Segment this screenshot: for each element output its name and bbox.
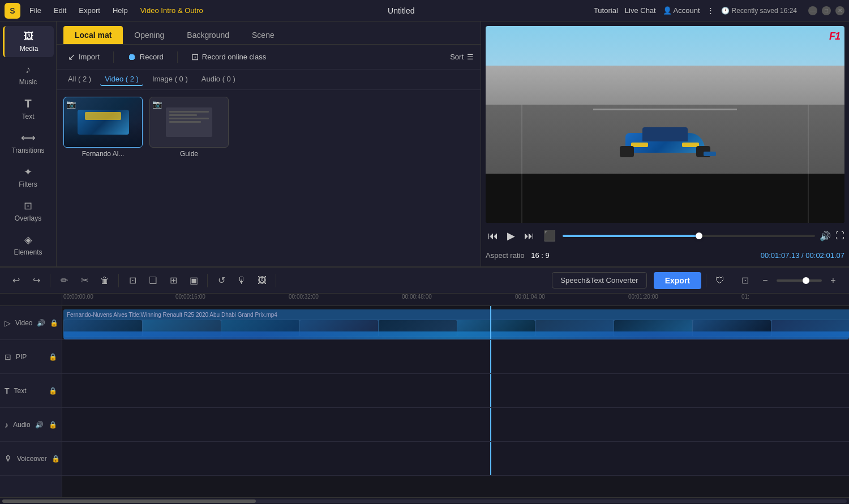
import-icon: ↙ — [68, 51, 75, 62]
menu-file[interactable]: File — [24, 4, 47, 17]
pip-button[interactable]: ▣ — [185, 272, 203, 290]
stop-button[interactable]: ⬛ — [541, 227, 558, 244]
account-button[interactable]: 👤 Account — [663, 6, 700, 15]
tl-sep-1 — [50, 274, 50, 287]
menu-help[interactable]: Help — [107, 4, 134, 17]
sidebar-item-music[interactable]: ♪ Music — [3, 59, 54, 91]
media-thumb-fernando: 📷 — [63, 97, 143, 148]
delete-button[interactable]: 🗑 — [96, 272, 114, 290]
timeline-scrollbar — [0, 497, 849, 504]
sidebar-item-overlays[interactable]: ⊡ Overlays — [3, 195, 54, 227]
tab-background[interactable]: Background — [175, 26, 241, 44]
panel-tabs: Local mat Opening Background Scene — [57, 21, 481, 45]
tutorial-link[interactable]: Tutorial — [594, 6, 618, 15]
record-online-button[interactable]: ⊡ Record online class — [187, 49, 271, 64]
timeline-playhead — [490, 306, 491, 339]
grid-button[interactable]: ⊞ — [164, 272, 182, 290]
sidebar-item-transitions[interactable]: ⟷ Transitions — [3, 127, 54, 159]
filter-all[interactable]: All ( 2 ) — [63, 73, 96, 86]
overlays-icon: ⊡ — [24, 200, 32, 212]
aspect-ratio-container: Aspect ratio 16 : 9 — [486, 251, 550, 260]
close-button[interactable]: ✕ — [835, 6, 844, 15]
sidebar-item-media[interactable]: 🖼 Media — [3, 26, 54, 57]
pen-button[interactable]: ✏ — [55, 272, 73, 290]
zoom-fit-button[interactable]: ⊡ — [736, 272, 754, 290]
zoom-out-button[interactable]: − — [756, 272, 774, 290]
rotate-button[interactable]: ↺ — [212, 272, 230, 290]
live-chat-link[interactable]: Live Chat — [625, 6, 656, 15]
zoom-handle — [803, 277, 809, 284]
track-content: 00:00:00.00 00:00:16:00 00:00:32:00 00:0… — [62, 294, 849, 497]
preview-info: Aspect ratio 16 : 9 00:01:07.13 / 00:02:… — [486, 249, 844, 262]
audio-lock-icon: 🔒 — [49, 421, 57, 429]
video-clip-header: Fernando-Nuvens Alves Title:Winning Rena… — [63, 309, 849, 320]
preview-video: F1 — [486, 26, 844, 223]
voiceover-lock-icon: 🔒 — [52, 455, 60, 463]
track-labels: ▷ Video 🔊 🔒 ⊡ PIP 🔒 T Text 🔒 ♪ Audio 🔊 🔒 — [0, 294, 62, 497]
filter-tabs: All ( 2 ) Video ( 2 ) Image ( 0 ) Audio … — [57, 70, 481, 90]
crop-button[interactable]: ⊡ — [123, 272, 142, 290]
volume-button[interactable]: 🔊 — [820, 231, 831, 242]
menu-export[interactable]: Export — [73, 4, 106, 17]
export-button[interactable]: Export — [654, 272, 701, 289]
shield-button[interactable]: 🛡 — [711, 272, 729, 290]
undo-button[interactable]: ↩ — [7, 272, 25, 290]
volume-icon: 🔊 — [37, 319, 45, 327]
text-track-icon: T — [5, 386, 10, 395]
mic-button[interactable]: 🎙 — [233, 272, 251, 290]
redo-button[interactable]: ↪ — [27, 272, 45, 290]
user-icon: 👤 — [663, 6, 672, 15]
sidebar-item-filters[interactable]: ✦ Filters — [3, 161, 54, 193]
speech-text-button[interactable]: Speech&Text Converter — [552, 272, 646, 288]
minimize-button[interactable]: — — [808, 6, 817, 15]
timeline-ruler: 00:00:00.00 00:00:16:00 00:00:32:00 00:0… — [62, 294, 849, 306]
video-track[interactable]: Fernando-Nuvens Alves Title:Winning Rena… — [62, 306, 849, 340]
check-icon: 🕐 — [721, 7, 730, 15]
tab-local-mat[interactable]: Local mat — [63, 26, 123, 44]
sort-button[interactable]: Sort ☰ — [450, 53, 474, 61]
tl-sep-5 — [706, 274, 706, 287]
audio-track-icon: ♪ — [5, 420, 8, 429]
zoom-in-button[interactable]: + — [824, 272, 842, 290]
scrollbar-thumb[interactable] — [2, 499, 256, 503]
tl-sep-2 — [118, 274, 119, 287]
text-icon: T — [24, 97, 31, 110]
play-button[interactable]: ▶ — [505, 227, 517, 244]
record-button[interactable]: ⏺ Record — [123, 50, 168, 64]
import-button[interactable]: ↙ Import — [63, 49, 104, 64]
fullscreen-button[interactable]: ⛶ — [835, 231, 844, 241]
media-name-guide: Guide — [149, 150, 229, 158]
zoom-slider[interactable] — [777, 279, 822, 282]
maximize-button[interactable]: □ — [822, 6, 831, 15]
media-item-guide[interactable]: 📷 Guide — [149, 97, 229, 158]
image-overlay-button[interactable]: 🖼 — [253, 272, 271, 290]
cut-button[interactable]: ✂ — [75, 272, 93, 290]
audio-track — [62, 408, 849, 442]
menu-video-intro[interactable]: Video Intro & Outro — [135, 4, 209, 17]
titlebar-right: Tutorial Live Chat 👤 Account ⋮ 🕐 Recentl… — [594, 6, 844, 15]
media-thumb-guide: 📷 — [149, 97, 229, 148]
filter-image[interactable]: Image ( 0 ) — [148, 73, 192, 86]
fast-forward-button[interactable]: ⏭ — [522, 228, 537, 244]
filter-audio[interactable]: Audio ( 0 ) — [197, 73, 240, 86]
tab-opening[interactable]: Opening — [123, 26, 175, 44]
progress-handle[interactable] — [696, 232, 702, 239]
sidebar-item-text[interactable]: T Text — [3, 93, 54, 125]
filter-video[interactable]: Video ( 2 ) — [100, 73, 143, 86]
scrollbar-track[interactable] — [2, 499, 847, 503]
saved-status: 🕐 Recently saved 16:24 — [721, 7, 797, 15]
text-label: T Text 🔒 — [0, 374, 62, 408]
media-panel: Local mat Opening Background Scene ↙ Imp… — [57, 21, 481, 266]
clone-button[interactable]: ❏ — [144, 272, 162, 290]
more-options-button[interactable]: ⋮ — [707, 6, 714, 15]
media-item-fernando[interactable]: 📷 Fernando Al... — [63, 97, 143, 158]
menu-edit[interactable]: Edit — [48, 4, 72, 17]
rewind-button[interactable]: ⏮ — [486, 228, 500, 244]
ruler-mark-3: 00:00:48:00 — [402, 294, 432, 300]
ruler-mark-6: 01: — [741, 294, 749, 300]
sidebar-item-elements[interactable]: ◈ Elements — [3, 229, 54, 261]
audio-label: ♪ Audio 🔊 🔒 — [0, 408, 62, 442]
progress-bar[interactable] — [563, 235, 815, 237]
camera-icon: 📷 — [66, 100, 76, 109]
tab-scene[interactable]: Scene — [241, 26, 286, 44]
